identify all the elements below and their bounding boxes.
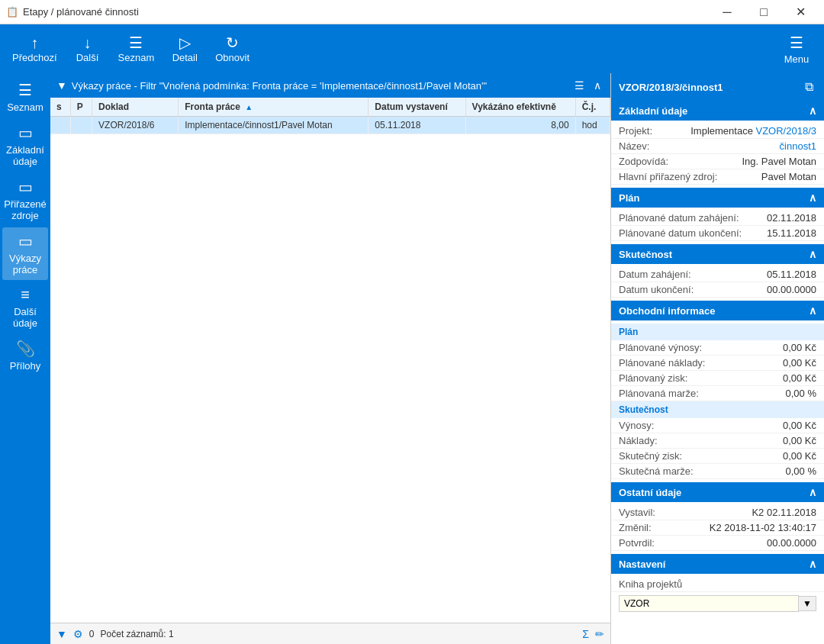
window-title: Etapy / plánované činnosti — [23, 6, 139, 18]
value-nazev[interactable]: činnost1 — [780, 140, 816, 152]
collapse-icon-skutecnost: ∧ — [809, 248, 816, 260]
sum-icon[interactable]: Σ — [582, 628, 589, 640]
filter-controls: ☰ ∧ — [571, 78, 604, 93]
zakladni-udaje-icon: ▭ — [18, 124, 33, 142]
value-projekt-code[interactable]: VZOR/2018/3 — [756, 125, 817, 137]
section-body-skutecnost: Datum zahájení: 05.11.2018 Datum ukončen… — [611, 264, 824, 301]
table-container[interactable]: s P Doklad Fronta práce ▲ Datum vystaven… — [50, 98, 610, 623]
dalsi-udaje-icon: ≡ — [21, 286, 30, 304]
section-label-obchodni: Obchodní informace — [619, 305, 715, 317]
col-header-doklad[interactable]: Doklad — [92, 98, 179, 117]
kniha-projektu-input[interactable] — [619, 595, 799, 612]
section-body-ostatni: Vystavil: K2 02.11.2018 Změnil: K2 2018-… — [611, 502, 824, 554]
value-sk-zisk: 0,00 Kč — [783, 450, 816, 462]
content-area: ▼ Výkazy práce - Filtr "Vnořená podmínka… — [50, 73, 610, 644]
cell-fronta: Implementace/činnost1/Pavel Motan — [179, 117, 369, 134]
filter-bar: ▼ Výkazy práce - Filtr "Vnořená podmínka… — [50, 73, 610, 98]
cell-s — [50, 117, 70, 134]
section-label-plan: Plán — [619, 192, 639, 204]
collapse-icon-obchodni: ∧ — [809, 304, 816, 317]
list-icon: ☰ — [129, 35, 143, 50]
next-button[interactable]: ↓ Další — [66, 27, 109, 70]
list-button[interactable]: ☰ Seznam — [112, 27, 161, 70]
section-body-zakladni: Projekt: Implementace VZOR/2018/3 Název:… — [611, 121, 824, 188]
col-header-fronta[interactable]: Fronta práce ▲ — [179, 98, 369, 117]
col-header-vyk[interactable]: Vykázáno efektivně — [465, 98, 575, 117]
value-vystavil-date: 02.11.2018 — [767, 507, 816, 518]
section-header-ostatni[interactable]: Ostatní údaje ∧ — [611, 482, 824, 502]
section-body-obchodni: Plán Plánované výnosy: 0,00 Kč Plánované… — [611, 320, 824, 482]
maximize-button[interactable]: □ — [746, 0, 781, 24]
label-nazev: Název: — [619, 140, 780, 152]
back-button[interactable]: ↑ Předchozí — [6, 27, 63, 70]
sidebar-item-vykazy-prace[interactable]: ▭ Výkazypráce — [2, 227, 48, 280]
sidebar-item-seznam[interactable]: ☰ Seznam — [2, 76, 48, 118]
label-zmenil: Změnil: — [619, 522, 710, 533]
value-sk-zahajeni: 05.11.2018 — [767, 269, 816, 280]
value-sk-ukonceni: 00.00.0000 — [767, 284, 816, 295]
col-header-datum[interactable]: Datum vystavení — [369, 98, 465, 117]
detail-icon: ▷ — [179, 35, 191, 50]
sidebar-item-prirazene-zdroje[interactable]: ▭ Přiřazenézdroje — [2, 173, 48, 226]
rp-title: VZOR/2018/3/činnost1 — [619, 82, 802, 93]
rp-row-kniha-label: Kniha projektů — [611, 577, 824, 592]
value-sk-naklady: 0,00 Kč — [783, 435, 816, 446]
sidebar-label-zakladni: Základníúdaje — [6, 144, 44, 167]
close-button[interactable]: ✕ — [783, 0, 818, 24]
sidebar-item-zakladni-udaje[interactable]: ▭ Základníúdaje — [2, 119, 48, 172]
label-plan-naklady: Plánované náklady: — [619, 357, 783, 369]
sidebar-item-dalsi-udaje[interactable]: ≡ Dalšíúdaje — [2, 282, 48, 333]
list-label: Seznam — [118, 52, 155, 63]
filter-status-icon[interactable]: ▼ — [56, 628, 67, 640]
filter-menu-button[interactable]: ☰ — [571, 78, 587, 93]
rp-row-hlavni-zdroj: Hlavní přiřazený zdroj: Pavel Motan — [611, 169, 824, 185]
edit-icon[interactable]: ✏ — [595, 628, 604, 640]
refresh-label: Obnovit — [215, 52, 249, 63]
value-plan-zisk: 0,00 Kč — [783, 372, 816, 384]
prirazene-zdroje-icon: ▭ — [18, 178, 33, 196]
sidebar-item-prilohy[interactable]: 📎 Přílohy — [2, 335, 48, 376]
rp-external-link-button[interactable]: ⧉ — [802, 79, 816, 95]
label-sk-zisk: Skutečný zisk: — [619, 450, 783, 462]
section-label-ostatni: Ostatní údaje — [619, 487, 681, 498]
value-zmenil-date: 2018-11-02 13:40:17 — [724, 522, 816, 533]
rp-row-plan-zisk: Plánovaný zisk: 0,00 Kč — [611, 371, 824, 386]
rp-row-sk-zisk: Skutečný zisk: 0,00 Kč — [611, 449, 824, 464]
detail-button[interactable]: ▷ Detail — [163, 27, 206, 70]
sidebar: ☰ Seznam ▭ Základníúdaje ▭ Přiřazenézdro… — [0, 73, 50, 644]
section-header-plan[interactable]: Plán ∧ — [611, 188, 824, 208]
label-plan-zahajeni: Plánované datum zahájení: — [619, 212, 767, 224]
label-zodpovida: Zodpovídá: — [619, 156, 742, 167]
menu-button[interactable]: ☰ Menu — [775, 27, 818, 70]
section-header-skutecnost[interactable]: Skutečnost ∧ — [611, 244, 824, 264]
col-header-s: s — [50, 98, 70, 117]
refresh-button[interactable]: ↻ Obnovit — [209, 27, 256, 70]
next-icon: ↓ — [84, 35, 92, 50]
kniha-dropdown-button[interactable]: ▼ — [799, 596, 816, 611]
section-header-nastaveni[interactable]: Nastavení ∧ — [611, 554, 824, 574]
status-bar: ▼ ⚙ 0 Počet záznamů: 1 Σ ✏ — [50, 623, 610, 644]
statusbar-right: Σ ✏ — [582, 628, 604, 640]
label-kniha-projektu: Kniha projektů — [619, 578, 816, 590]
titlebar-title: 📋 Etapy / plánované činnosti — [6, 6, 139, 18]
vykazy-prace-icon: ▭ — [18, 232, 33, 250]
value-sk-vynosy: 0,00 Kč — [783, 420, 816, 431]
section-header-zakladni[interactable]: Základní údaje ∧ — [611, 101, 824, 121]
label-plan-vynosy: Plánované výnosy: — [619, 342, 783, 353]
rp-row-plan-marze: Plánovaná marže: 0,00 % — [611, 386, 824, 401]
obchodni-sub-plan: Plán — [611, 324, 824, 340]
filter-collapse-button[interactable]: ∧ — [591, 78, 604, 93]
col-header-cj[interactable]: Č.j. — [575, 98, 610, 117]
rp-row-plan-ukonceni: Plánované datum ukončení: 15.11.2018 — [611, 226, 824, 241]
settings-status-icon[interactable]: ⚙ — [73, 628, 83, 640]
value-potvrdil: 00.00.0000 — [767, 537, 816, 549]
table-row[interactable]: VZOR/2018/6 Implementace/činnost1/Pavel … — [50, 117, 610, 134]
section-header-obchodni[interactable]: Obchodní informace ∧ — [611, 301, 824, 320]
cell-datum: 05.11.2018 — [369, 117, 465, 134]
label-vystavil: Vystavil: — [619, 507, 752, 518]
minimize-button[interactable]: ─ — [710, 0, 745, 24]
section-label-nastaveni: Nastavení — [619, 559, 665, 570]
value-plan-naklady: 0,00 Kč — [783, 357, 816, 369]
sidebar-label-vykazy: Výkazypráce — [9, 253, 41, 275]
label-plan-ukonceni: Plánované datum ukončení: — [619, 227, 767, 239]
